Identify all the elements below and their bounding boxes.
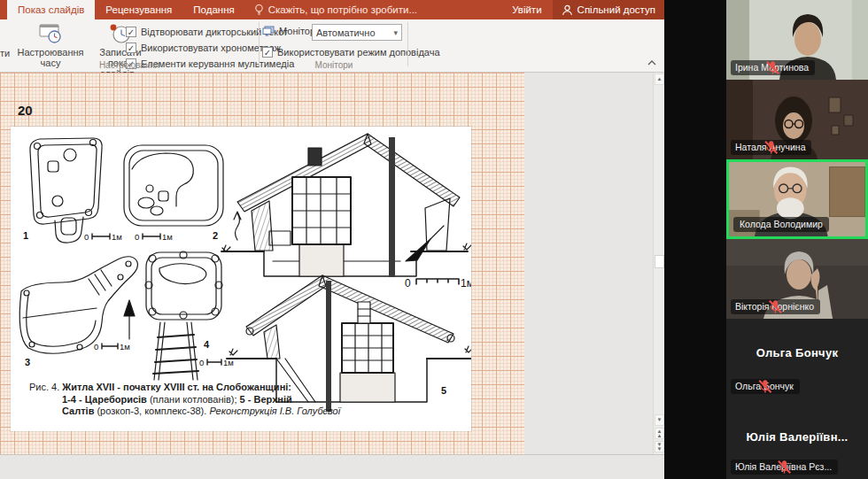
pit-number-3: 3 [25, 357, 30, 367]
rehearse-label-1: Настроювання [17, 47, 83, 58]
caret-down-icon: ▾ [393, 28, 398, 37]
scroll-down-button[interactable]: ▼ [655, 414, 664, 426]
checkbox-presenter-view[interactable]: ✓ Використовувати режим доповідача [262, 45, 440, 59]
checkbox-label: Використовувати хронометраж [141, 42, 281, 53]
video-tile-natalia-anuchyna[interactable]: Наталя Анучина [726, 80, 868, 159]
graph-paper-slide-background: 20 [0, 73, 524, 454]
meeting-sidebar: Ірина Мартинова [664, 0, 868, 479]
video-tile-yulia-valeriivna[interactable]: Юлія Валеріївн... Юлія Валеріївна Рєз... [726, 398, 868, 479]
ribbon-collapse-button[interactable] [645, 58, 659, 68]
video-tile-viktoria-korniienko[interactable]: Вікторія Корнієнко [726, 239, 868, 319]
ribbon: ти Настроювання часу Записати показ слай… [0, 19, 664, 73]
participant-name-chip: Ірина Мартинова [731, 60, 815, 75]
checkbox-icon: ✓ [126, 27, 136, 37]
pit-number-4: 4 [204, 339, 210, 350]
scale-zero: 0 [135, 232, 139, 242]
caption-line-3: Салтів (розкоп-3, комплекс-38). Реконстр… [29, 406, 375, 418]
group-label-monitors: Монітори [262, 60, 406, 70]
scroll-up-button[interactable]: ▲ [655, 73, 664, 85]
group-separator [407, 22, 408, 66]
muted-mic-icon [731, 379, 800, 394]
figure-caption: Рис. 4. Житла XVII - початку XVIII ст. н… [29, 382, 375, 418]
scale-zero: 0 [405, 277, 411, 290]
vertical-scrollbar[interactable]: ▲ ▼ ▲▲ ▼▼ [653, 73, 664, 454]
share-label: Спільний доступ [577, 4, 655, 15]
participant-name: Колода Володимир [740, 219, 823, 229]
double-arrow-up-icon: ▲▲ [655, 429, 663, 438]
participant-name-chip: Наталя Анучина [731, 140, 811, 155]
chevron-up-icon [647, 59, 657, 66]
tellme-search[interactable]: Скажіть, що потрібно зробити... [245, 0, 426, 19]
figure-image[interactable]: 1 2 3 4 5 0 1м 0 1м 0 1м 0 1м 0 1м [11, 127, 471, 431]
lightbulb-icon [254, 4, 264, 17]
muted-mic-icon [731, 460, 838, 475]
monitor-dropdown[interactable]: Автоматично ▾ [312, 24, 402, 41]
monitor-icon [262, 26, 275, 36]
muted-mic-icon [731, 140, 811, 155]
scroll-thumb[interactable] [655, 255, 664, 268]
share-button[interactable]: Спільний доступ [553, 0, 664, 19]
ribbon-tab-bar: Показ слайдів Рецензування Подання Скажі… [0, 0, 664, 19]
pit-number-5: 5 [441, 385, 446, 396]
participant-center-name: Юлія Валеріївн... [726, 430, 868, 444]
scale-unit: 1м [120, 342, 130, 352]
video-tile-koloda-volodymyr[interactable]: Колода Володимир [726, 159, 868, 239]
tab-slideshow[interactable]: Показ слайдів [7, 0, 95, 19]
scale-unit: 1м [162, 232, 173, 242]
monitor-row: Монітор: [262, 26, 318, 36]
checkbox-icon: ✓ [126, 42, 136, 53]
participant-name-chip: Вікторія Корнієнко [731, 299, 820, 314]
previous-slide-button[interactable]: ▲▲ [655, 428, 664, 439]
group-label-settings: Настроювання [0, 60, 259, 70]
caption-line-2: 1-4 - Цареборисів (плани котлованів); 5 … [29, 394, 375, 406]
slide-canvas: 20 [0, 73, 664, 454]
tab-review[interactable]: Рецензування [95, 0, 182, 19]
muted-mic-icon [731, 60, 815, 75]
next-slide-button[interactable]: ▼▼ [655, 441, 664, 452]
caption-line-1: Рис. 4. Житла XVII - початку XVIII ст. н… [29, 382, 375, 394]
checkbox-use-timings[interactable]: ✓ Використовувати хронометраж [126, 41, 281, 55]
pit-number-1: 1 [23, 230, 28, 241]
scale-zero: 0 [94, 342, 98, 352]
group-separator [259, 22, 260, 66]
checkbox-label: Використовувати режим доповідача [277, 47, 440, 58]
tab-view[interactable]: Подання [182, 0, 244, 19]
scale-zero: 0 [84, 232, 89, 242]
participant-center-name: Ольга Бончук [726, 346, 868, 359]
participant-name-chip: Ольга Бончук [731, 379, 800, 394]
rehearse-timings-icon [38, 23, 63, 44]
arrow-down-icon: ▼ [657, 417, 663, 422]
tellme-label: Скажіть, що потрібно зробити... [268, 4, 417, 15]
scale-unit: 1м [112, 232, 122, 242]
arrow-up-icon: ▲ [657, 76, 663, 81]
muted-mic-icon [731, 299, 820, 314]
participant-name-chip: Юлія Валеріївна Рєз... [731, 460, 838, 475]
participant-name-chip: Колода Володимир [733, 217, 829, 232]
person-icon [562, 4, 573, 16]
checkbox-icon: ✓ [262, 47, 273, 58]
double-arrow-down-icon: ▼▼ [655, 443, 663, 452]
pit-number-2: 2 [213, 230, 218, 241]
slide-page-number: 20 [18, 103, 33, 118]
scale-zero: 0 [199, 358, 204, 367]
titlebar-right: Увійти Спільний доступ [501, 0, 664, 19]
video-tile-iryna-martynova[interactable]: Ірина Мартинова [726, 0, 868, 80]
video-tile-olha-bonchuk[interactable]: Ольга Бончук Ольга Бончук [726, 319, 868, 398]
scale-unit: 1м [461, 277, 471, 290]
status-strip [0, 454, 664, 479]
powerpoint-window: Показ слайдів Рецензування Подання Скажі… [0, 0, 664, 479]
video-tiles: Ірина Мартинова [726, 0, 868, 479]
sign-in-button[interactable]: Увійти [501, 0, 552, 19]
monitor-value: Автоматично [316, 27, 376, 38]
scale-unit: 1м [223, 358, 234, 367]
